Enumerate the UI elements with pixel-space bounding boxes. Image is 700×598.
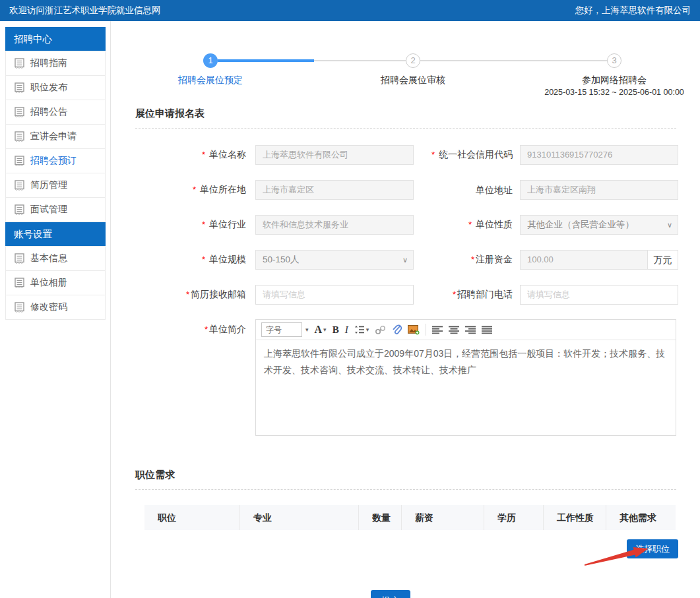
document-icon: [15, 302, 24, 313]
chevron-down-icon: ∨: [402, 251, 408, 269]
sidebar-item-label: 单位相册: [30, 277, 67, 289]
image-icon[interactable]: [408, 325, 420, 335]
required-mark: *: [468, 220, 472, 229]
attachment-icon[interactable]: [392, 324, 402, 335]
sidebar-item-job-fair-booking[interactable]: 招聘会预订: [5, 148, 106, 173]
required-mark: *: [193, 185, 196, 194]
step-progress-line-done: [218, 59, 314, 62]
step-1-label: 招聘会展位预定: [178, 75, 243, 86]
sidebar-item-label: 招聘会预订: [30, 155, 77, 167]
registered-capital-label: *注册资金: [414, 249, 513, 270]
document-icon: [15, 180, 24, 191]
align-justify-icon[interactable]: [482, 326, 492, 334]
unit-location-label: * 单位所在地: [135, 179, 246, 200]
sidebar-item-label: 简历管理: [30, 179, 67, 191]
align-left-icon[interactable]: [432, 326, 443, 334]
sidebar-item-label: 职位发布: [30, 82, 67, 94]
unit-address-field: [520, 180, 678, 200]
unit-scale-label: * 单位规模: [135, 249, 246, 270]
align-center-icon[interactable]: [449, 326, 459, 334]
step-3-circle: 3: [607, 53, 621, 68]
sidebar-item-company-album[interactable]: 单位相册: [5, 270, 106, 295]
sidebar-item-label: 面试管理: [30, 204, 67, 216]
unit-nature-select[interactable]: 其他企业（含民营企业等） ∨: [520, 215, 678, 235]
top-bar: 欢迎访问浙江艺术职业学院就业信息网 您好，上海萃思软件有限公司: [0, 0, 700, 21]
red-arrow-annotation: [585, 543, 651, 570]
sidebar-item-label: 宣讲会申请: [30, 131, 77, 142]
unit-intro-content[interactable]: 上海萃思软件有限公司成立于2009年07月03日，经营范围包括一般项目：软件开发…: [256, 340, 676, 435]
col-quantity: 数量: [359, 505, 402, 530]
resume-email-label: *简历接收邮箱: [135, 284, 246, 305]
credit-code-label: * 统一社会信用代码: [414, 144, 513, 165]
document-icon: [15, 253, 24, 264]
sidebar-group-recruit-center: 招聘中心: [5, 27, 106, 51]
resume-email-field[interactable]: [255, 285, 414, 305]
italic-icon[interactable]: I: [345, 324, 348, 336]
align-right-icon[interactable]: [465, 326, 476, 334]
sidebar-item-label: 招聘公告: [30, 106, 67, 118]
required-mark: *: [202, 254, 205, 264]
registered-capital-field: [521, 251, 647, 269]
sidebar-item-basic-info[interactable]: 基本信息: [5, 246, 106, 271]
sidebar-item-interview-management[interactable]: 面试管理: [5, 197, 106, 222]
step-progress-line-todo: [420, 60, 607, 61]
toolbar-divider: [426, 324, 426, 336]
unit-name-label: * 单位名称: [135, 144, 246, 165]
chevron-down-icon: ∨: [667, 216, 672, 234]
main-content: 1 2 3 招聘会展位预定 招聘会展位审核 参加网络招聘会 2025-03-15…: [111, 21, 700, 598]
col-education: 学历: [484, 505, 544, 530]
sidebar-item-label: 修改密码: [30, 301, 67, 313]
sidebar-item-info-session[interactable]: 宣讲会申请: [5, 124, 106, 149]
unit-nature-label: * 单位性质: [414, 214, 513, 235]
unit-intro-editor: 字号▾ A▾ B I ▾: [255, 319, 676, 436]
col-position: 职位: [144, 505, 240, 530]
sidebar-item-recruit-guide[interactable]: 招聘指南: [5, 51, 106, 76]
user-greeting[interactable]: 您好，上海萃思软件有限公司: [575, 5, 691, 16]
capital-unit-suffix: 万元: [647, 251, 678, 269]
credit-code-field: [520, 145, 678, 165]
required-mark: *: [453, 289, 456, 299]
submit-button[interactable]: 提交: [371, 590, 410, 598]
sidebar-item-change-password[interactable]: 修改密码: [5, 295, 106, 320]
document-icon: [15, 204, 24, 216]
unit-scale-select[interactable]: 50-150人 ∨: [255, 250, 414, 270]
font-size-select[interactable]: 字号: [261, 322, 302, 337]
unit-name-field: [255, 145, 414, 165]
chevron-down-icon[interactable]: ▾: [305, 326, 309, 333]
required-mark: *: [202, 150, 205, 160]
editor-toolbar: 字号▾ A▾ B I ▾: [256, 320, 676, 340]
document-icon: [15, 58, 24, 69]
sidebar-item-post-position[interactable]: 职位发布: [5, 75, 106, 100]
sidebar-item-label: 招聘指南: [30, 57, 67, 69]
sidebar-item-resume-management[interactable]: 简历管理: [5, 173, 106, 198]
booking-stepper: 1 2 3 招聘会展位预定 招聘会展位审核 参加网络招聘会 2025-03-15…: [111, 53, 700, 94]
unit-intro-label: *单位简介: [135, 319, 246, 340]
select-position-row: 选择职位: [111, 539, 700, 558]
document-icon: [15, 131, 24, 142]
step-2-circle: 2: [406, 53, 420, 68]
col-major: 专业: [240, 505, 359, 530]
unit-industry-field: [255, 215, 414, 235]
line-height-icon[interactable]: ▾: [354, 325, 369, 334]
col-salary: 薪资: [402, 505, 484, 530]
position-requirements-title: 职位需求: [135, 469, 676, 490]
bold-icon[interactable]: B: [333, 324, 339, 336]
required-mark: *: [431, 150, 435, 160]
document-icon: [15, 156, 24, 167]
sidebar-item-label: 基本信息: [30, 253, 67, 264]
sidebar-item-recruit-notice[interactable]: 招聘公告: [5, 100, 106, 125]
step-1-circle: 1: [203, 53, 218, 68]
recruit-phone-field[interactable]: [520, 285, 678, 305]
submit-row: 提交: [111, 590, 700, 598]
font-color-icon[interactable]: A▾: [315, 324, 327, 336]
registered-capital-group: 万元: [520, 250, 678, 270]
recruit-phone-label: *招聘部门电话: [414, 284, 513, 305]
required-mark: *: [186, 289, 189, 299]
positions-table-header: 职位 专业 数量 薪资 学历 工作性质 其他需求: [144, 505, 676, 530]
booth-application-form-title: 展位申请报名表: [135, 107, 676, 129]
unlink-icon[interactable]: [375, 325, 386, 335]
col-job-type: 工作性质: [544, 505, 606, 530]
required-mark: *: [205, 324, 208, 334]
unit-address-label: 单位地址: [414, 180, 513, 200]
booth-application-form: * 单位名称 * 统一社会信用代码 * 单位所在地 单位地址: [135, 144, 676, 436]
